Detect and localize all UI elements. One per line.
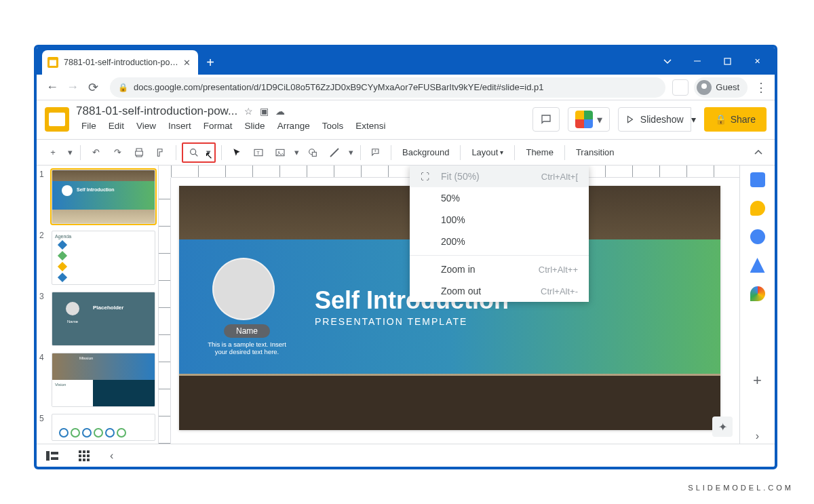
toolbar-collapse-button[interactable] [749,143,768,162]
tab-close-icon[interactable]: ✕ [183,58,193,67]
zoom-tool-highlight: ▾↖ [182,142,216,163]
image-dropdown[interactable]: ▾ [292,143,301,162]
browser-menu-button[interactable]: ⋮ [753,80,769,95]
filmstrip-view-icon[interactable] [46,451,58,461]
lock-icon: 🔒 [118,83,128,92]
workspace: 1 Self Introduction 2 Agenda 3 Placehold… [37,166,775,444]
background-button[interactable]: Background [397,143,454,162]
svg-text:+: + [374,149,376,153]
window-maximize-button[interactable] [712,49,742,73]
tabs-dropdown-icon[interactable] [653,49,682,73]
menu-arrange[interactable]: Arrange [272,119,315,132]
new-slide-button[interactable]: + [43,143,62,162]
slide-thumbnail-5[interactable]: 5 [39,414,155,441]
move-icon[interactable]: ▣ [260,106,269,117]
textbox-tool[interactable]: T [249,143,268,162]
zoom-100-option[interactable]: 100% [410,209,589,231]
share-button[interactable]: 🔒Share [704,107,767,132]
svg-rect-18 [79,454,81,457]
toolbar: + ▾ ↶ ↷ ▾↖ T ▾ ▾ + Background Layout▾ Th… [37,140,775,166]
menu-bar: File Edit View Insert Format Slide Arran… [76,119,532,132]
print-button[interactable] [130,143,149,162]
fit-icon: ⛶ [421,172,434,182]
menu-slide[interactable]: Slide [239,119,271,132]
cloud-status-icon[interactable]: ☁ [275,106,285,117]
nav-forward-button[interactable]: → [62,77,83,98]
zoom-in-option[interactable]: Zoom inCtrl+Alt++ [410,258,589,280]
select-tool[interactable] [227,143,246,162]
profile-avatar-icon [697,80,712,95]
zoom-50-option[interactable]: 50% [410,187,589,209]
calendar-icon[interactable] [750,172,765,187]
paint-format-button[interactable] [151,143,170,162]
profile-chip[interactable]: Guest [694,77,748,98]
svg-line-10 [330,149,338,157]
redo-button[interactable]: ↷ [108,143,127,162]
menu-format[interactable]: Format [198,119,238,132]
explore-button[interactable]: ✦ [712,416,733,437]
comments-button[interactable] [532,107,560,132]
theme-button[interactable]: Theme [520,143,558,162]
svg-rect-21 [79,459,81,461]
browser-tab[interactable]: 7881-01-self-introduction-powe ✕ [42,50,198,75]
slide-panel[interactable]: 1 Self Introduction 2 Agenda 3 Placehold… [37,166,159,444]
footer: ‹ [37,444,775,467]
menu-insert[interactable]: Insert [163,119,197,132]
menu-file[interactable]: File [76,119,102,132]
menu-extensions[interactable]: Extensi [350,119,391,132]
zoom-button[interactable] [185,143,204,162]
transition-button[interactable]: Transition [570,143,620,162]
side-panel-collapse[interactable]: › [750,429,765,444]
add-addon-button[interactable]: + [750,373,765,388]
extension-icon[interactable] [672,79,689,96]
star-icon[interactable]: ☆ [244,106,253,117]
keep-icon[interactable] [750,201,765,216]
slide-thumbnail-1[interactable]: 1 Self Introduction [39,170,155,224]
maps-icon[interactable] [750,286,765,301]
collapse-filmstrip-button[interactable]: ‹ [110,450,113,462]
new-slide-dropdown[interactable]: ▾ [65,143,75,162]
slides-logo-icon[interactable] [45,107,69,132]
menu-view[interactable]: View [131,119,161,132]
menu-tools[interactable]: Tools [317,119,349,132]
slideshow-dropdown[interactable]: ▾ [691,107,696,132]
zoom-dropdown-button[interactable]: ▾↖ [204,143,213,162]
zoom-out-option[interactable]: Zoom outCtrl+Alt+- [410,280,589,302]
window-close-button[interactable]: ✕ [742,49,772,73]
slide-thumbnail-4[interactable]: 4 MissionVision [39,353,155,407]
svg-point-2 [191,149,196,154]
meet-button[interactable]: ▾ [568,107,610,132]
window-minimize-button[interactable] [682,49,712,73]
tab-title: 7881-01-self-introduction-powe [64,58,179,67]
slide-thumbnail-2[interactable]: 2 Agenda [39,231,155,285]
tasks-icon[interactable] [750,229,765,244]
svg-rect-1 [724,58,731,64]
svg-rect-12 [46,451,50,461]
lock-icon: 🔒 [715,114,726,125]
nav-back-button[interactable]: ← [42,77,62,98]
url-bar[interactable]: 🔒 docs.google.com/presentation/d/1D9CiL0… [110,77,665,98]
zoom-fit-option[interactable]: ⛶Fit (50%)Ctrl+Alt+[ [410,166,589,187]
svg-rect-22 [83,459,85,461]
comment-tool[interactable]: + [366,143,385,162]
menu-edit[interactable]: Edit [103,119,130,132]
contacts-icon[interactable] [750,258,765,273]
svg-point-7 [278,151,279,153]
new-tab-button[interactable]: + [201,50,220,75]
grid-view-icon[interactable] [79,450,90,461]
document-title[interactable]: 7881-01-self-introduction-pow... [76,104,237,118]
nav-reload-button[interactable]: ⟳ [83,77,103,98]
layout-button[interactable]: Layout▾ [466,143,509,162]
slide-subtitle: PRESENTATION TEMPLATE [315,316,509,327]
slideshow-button[interactable]: Slideshow [618,107,691,132]
zoom-200-option[interactable]: 200% [410,231,589,252]
line-dropdown[interactable]: ▾ [347,143,355,162]
line-tool[interactable] [325,143,344,162]
titlebar: 7881-01-self-introduction-powe ✕ + ✕ [37,47,775,75]
side-panel: + › [739,166,775,444]
slide-thumbnail-3[interactable]: 3 PlaceholderName [39,292,155,346]
undo-button[interactable]: ↶ [86,143,105,162]
image-tool[interactable] [271,143,290,162]
slide-sample-text: This is a sample text. Insert your desir… [206,341,288,356]
shape-tool[interactable] [303,143,322,162]
